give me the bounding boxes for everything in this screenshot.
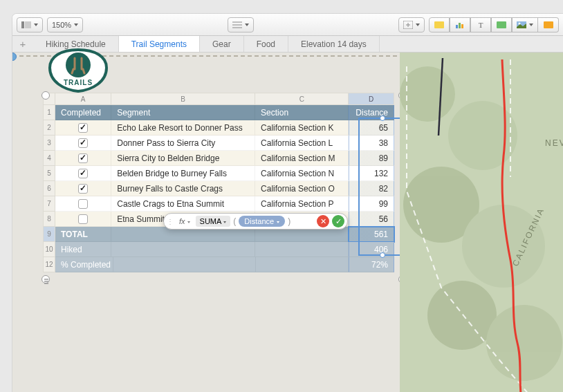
row-number[interactable]: 5 <box>43 166 55 181</box>
table-swatch-icon <box>434 21 444 28</box>
row-number[interactable]: 3 <box>43 136 55 151</box>
view-menu[interactable] <box>17 17 43 32</box>
table-insert-button[interactable] <box>429 17 450 32</box>
header-completed[interactable]: Completed <box>55 105 111 120</box>
col-header-d[interactable]: D <box>349 93 394 105</box>
sheet-tab-food[interactable]: Food <box>244 36 288 52</box>
segment-cell[interactable]: Echo Lake Resort to Donner Pass <box>111 120 255 136</box>
distance-cell[interactable]: 89 <box>349 151 394 166</box>
table-handle-top-left[interactable] <box>41 91 50 100</box>
close-paren: ) <box>288 216 290 226</box>
sheet-tab-elevation[interactable]: Elevation 14 days <box>288 36 380 52</box>
row-number[interactable]: 4 <box>43 151 55 166</box>
hiked-value-cell[interactable]: 406 <box>349 242 394 257</box>
hiked-empty-c[interactable] <box>255 242 349 257</box>
sheet-tab-gear[interactable]: Gear <box>200 36 244 52</box>
formula-cancel-button[interactable]: ✕ <box>317 215 329 227</box>
svg-text:TRAILS: TRAILS <box>64 79 93 86</box>
fx-menu[interactable]: fx <box>176 217 193 225</box>
section-cell[interactable]: California Section M <box>255 151 349 166</box>
distance-cell[interactable]: 38 <box>349 136 394 151</box>
svg-rect-9 <box>459 23 461 28</box>
pct-empty-b[interactable] <box>113 257 256 272</box>
total-value-cell[interactable]: 561 <box>349 227 394 242</box>
section-cell[interactable]: California Section L <box>255 136 349 151</box>
completed-cell[interactable] <box>55 196 111 212</box>
col-header-a[interactable]: A <box>55 93 111 105</box>
hiked-label-cell[interactable]: Hiked <box>55 242 111 257</box>
completed-cell[interactable] <box>55 136 111 151</box>
checkbox[interactable] <box>78 123 88 133</box>
header-section[interactable]: Section <box>255 105 349 120</box>
row-number[interactable]: 1 <box>43 105 55 120</box>
sheet-tab-trail-segments[interactable]: Trail Segments <box>119 36 200 52</box>
col-header-b[interactable]: B <box>111 93 255 105</box>
trails-logo: TRAILS <box>47 48 109 93</box>
text-insert-button[interactable]: T <box>470 17 491 32</box>
checkbox[interactable] <box>78 214 88 224</box>
section-cell[interactable]: California Section K <box>255 120 349 136</box>
hiked-empty-b[interactable] <box>111 242 255 257</box>
list-icon <box>232 21 242 28</box>
distance-cell[interactable]: 99 <box>349 196 394 212</box>
section-cell[interactable]: California Section O <box>255 181 349 196</box>
header-segment[interactable]: Segment <box>111 105 255 120</box>
segment-cell[interactable]: Donner Pass to Sierra City <box>111 136 255 151</box>
header-distance[interactable]: Distance <box>349 105 394 120</box>
segment-cell[interactable]: Sierra City to Belden Bridge <box>111 151 255 166</box>
row-number[interactable]: 6 <box>43 181 55 196</box>
table-add-row-handle[interactable] <box>41 275 50 283</box>
argument-token[interactable]: Distance <box>239 216 285 227</box>
total-label-cell[interactable]: TOTAL <box>55 227 111 242</box>
row-number[interactable]: 12 <box>43 257 55 272</box>
svg-point-24 <box>486 305 562 381</box>
zoom-value: 150% <box>52 21 71 29</box>
col-header-c[interactable]: C <box>255 93 349 105</box>
distance-cell[interactable]: 132 <box>349 166 394 181</box>
comment-button[interactable] <box>538 17 559 32</box>
row-number[interactable]: 10 <box>43 242 55 257</box>
distance-cell[interactable]: 65 <box>349 120 394 136</box>
segment-cell[interactable]: Belden Bridge to Burney Falls <box>111 166 255 181</box>
zoom-menu[interactable]: 150% <box>47 17 83 32</box>
list-style-menu[interactable] <box>228 17 254 32</box>
completed-cell[interactable] <box>55 181 111 196</box>
completed-cell[interactable] <box>55 212 111 227</box>
checkbox[interactable] <box>78 199 88 209</box>
section-cell[interactable]: California Section N <box>255 166 349 181</box>
shape-insert-button[interactable] <box>491 17 512 32</box>
completed-cell[interactable] <box>55 120 111 136</box>
plus-box-icon <box>403 21 413 29</box>
comment-swatch-icon <box>544 21 553 28</box>
checkbox[interactable] <box>78 169 88 178</box>
function-token[interactable]: SUMA <box>196 216 231 227</box>
section-cell[interactable]: California Section P <box>255 196 349 212</box>
pct-value-cell[interactable]: 72% <box>349 257 394 272</box>
pct-empty-c[interactable] <box>256 257 349 272</box>
distance-cell[interactable]: 56 <box>349 212 394 227</box>
completed-cell[interactable] <box>55 151 111 166</box>
spreadsheet-table[interactable]: A B C D 1 Completed Segment Section Dist… <box>43 93 394 272</box>
row-number[interactable]: 7 <box>43 196 55 212</box>
checkbox[interactable] <box>78 138 88 148</box>
row-number[interactable]: 2 <box>43 120 55 136</box>
checkbox[interactable] <box>78 153 88 163</box>
add-sheet-button[interactable]: + <box>12 36 33 52</box>
grip-icon[interactable]: ⋮ <box>167 218 174 225</box>
distance-cell[interactable]: 82 <box>349 181 394 196</box>
row-number[interactable]: 8 <box>43 212 55 227</box>
pct-label-cell[interactable]: % Completed <box>55 257 113 272</box>
segment-cell[interactable]: Castle Crags to Etna Summit <box>111 196 255 212</box>
segment-cell[interactable]: Burney Falls to Castle Crags <box>111 181 255 196</box>
checkbox[interactable] <box>78 184 88 194</box>
formula-editor[interactable]: ⋮ fx SUMA ( Distance ) ✕ ✓ <box>163 213 348 230</box>
media-insert-menu[interactable] <box>512 17 538 32</box>
svg-rect-1 <box>25 21 31 28</box>
completed-cell[interactable] <box>55 166 111 181</box>
svg-rect-8 <box>456 25 458 28</box>
text-icon: T <box>479 21 483 29</box>
row-number[interactable]: 9 <box>43 227 55 242</box>
formula-confirm-button[interactable]: ✓ <box>332 215 344 227</box>
insert-menu[interactable] <box>398 17 425 32</box>
chart-insert-button[interactable] <box>450 17 470 32</box>
